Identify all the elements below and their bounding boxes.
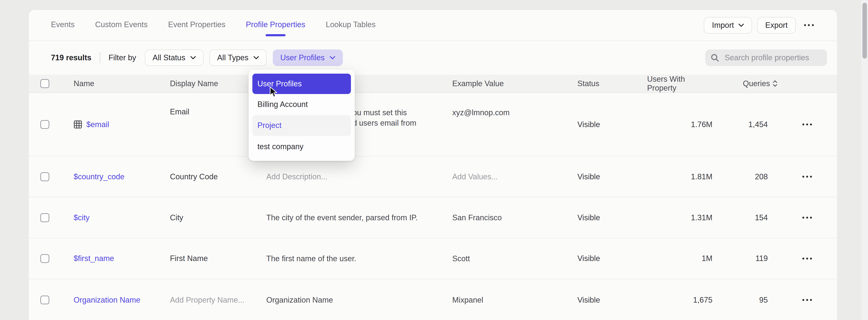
status-value: Visible bbox=[578, 213, 600, 222]
results-count: 719 results bbox=[51, 53, 92, 62]
row-checkbox[interactable] bbox=[40, 120, 49, 129]
description-value: The first name of the user. bbox=[266, 253, 356, 264]
row-checkbox[interactable] bbox=[40, 213, 49, 222]
toolbar-actions: Import Export bbox=[704, 17, 817, 34]
queries-value: 208 bbox=[755, 172, 768, 181]
dot-icon bbox=[806, 217, 808, 219]
dropdown-item-user-profiles[interactable]: User Profiles bbox=[252, 74, 351, 94]
type-filter-label: All Types bbox=[217, 53, 248, 62]
dot-icon bbox=[802, 176, 804, 178]
search-box bbox=[705, 49, 827, 66]
queries-value: 119 bbox=[755, 254, 768, 263]
dot-icon bbox=[810, 258, 812, 259]
dot-icon bbox=[806, 299, 808, 301]
tabs-bar: Events Custom Events Event Properties Pr… bbox=[29, 10, 837, 41]
column-header-name: Name bbox=[74, 79, 170, 88]
table-row: $city City The city of the event sender,… bbox=[29, 197, 837, 238]
property-name-link[interactable]: Organization Name bbox=[74, 295, 141, 305]
filter-by-label: Filter by bbox=[108, 53, 136, 62]
column-header-users-with-property: Users With Property bbox=[647, 75, 712, 93]
type-filter-dropdown[interactable]: All Types bbox=[210, 49, 267, 66]
scrollbar-thumb[interactable] bbox=[863, 3, 867, 59]
dot-icon bbox=[808, 24, 810, 26]
description-value: The city of the event sender, parsed fro… bbox=[266, 212, 417, 223]
divider bbox=[100, 52, 100, 63]
dot-icon bbox=[802, 217, 804, 219]
queries-header-label: Queries bbox=[743, 79, 770, 88]
dropdown-item-billing-account[interactable]: Billing Account bbox=[252, 94, 351, 115]
dot-icon bbox=[810, 299, 812, 301]
entity-filter-dropdown[interactable]: User Profiles bbox=[273, 49, 343, 66]
table-row: $country_code Country Code Add Descripti… bbox=[29, 156, 837, 197]
property-name-link[interactable]: $city bbox=[74, 213, 90, 222]
dot-icon bbox=[810, 123, 812, 126]
display-name-value: City bbox=[170, 213, 183, 222]
chevron-down-icon bbox=[738, 24, 744, 27]
queries-value: 1,454 bbox=[748, 120, 768, 129]
row-more-options-button[interactable] bbox=[799, 253, 815, 264]
profile-properties-panel: Events Custom Events Event Properties Pr… bbox=[29, 10, 837, 320]
dot-icon bbox=[810, 176, 812, 178]
import-button-label: Import bbox=[712, 21, 734, 30]
row-more-options-button[interactable] bbox=[799, 119, 815, 130]
row-checkbox[interactable] bbox=[40, 254, 49, 263]
status-value: Visible bbox=[578, 295, 600, 305]
dot-icon bbox=[806, 176, 808, 178]
chevron-down-icon bbox=[253, 56, 259, 60]
example-value: San Francisco bbox=[452, 212, 502, 223]
example-value: Scott bbox=[452, 253, 470, 264]
dot-icon bbox=[804, 24, 806, 26]
dropdown-item-test-company[interactable]: test company bbox=[252, 136, 351, 157]
dot-icon bbox=[802, 258, 804, 259]
status-value: Visible bbox=[578, 172, 600, 181]
property-name-link[interactable]: $first_name bbox=[74, 254, 114, 263]
example-value: xyz@lmnop.com bbox=[452, 107, 509, 118]
sort-icon bbox=[773, 80, 777, 87]
select-all-checkbox[interactable] bbox=[40, 79, 49, 88]
search-input[interactable] bbox=[723, 53, 822, 63]
add-property-name-placeholder[interactable]: Add Property Name... bbox=[170, 295, 245, 305]
export-button[interactable]: Export bbox=[757, 17, 796, 34]
row-more-options-button[interactable] bbox=[799, 294, 815, 305]
table-row: Organization Name Add Property Name... O… bbox=[29, 279, 837, 320]
property-name-label: $email bbox=[86, 120, 109, 129]
dot-icon bbox=[810, 217, 812, 219]
dot-icon bbox=[806, 123, 808, 126]
property-name-link[interactable]: $country_code bbox=[74, 172, 124, 181]
row-more-options-button[interactable] bbox=[799, 171, 815, 182]
tab-lookup-tables[interactable]: Lookup Tables bbox=[326, 10, 376, 41]
row-more-options-button[interactable] bbox=[799, 212, 815, 223]
users-with-property-value: 1.31M bbox=[691, 213, 712, 222]
description-value: Organization Name bbox=[266, 295, 333, 305]
table-row: $email Email ou must set this d users em… bbox=[29, 93, 837, 156]
dot-icon bbox=[806, 258, 808, 259]
add-values-placeholder[interactable]: Add Values... bbox=[452, 172, 498, 181]
status-value: Visible bbox=[578, 120, 600, 129]
chevron-down-icon bbox=[190, 56, 196, 60]
import-button[interactable]: Import bbox=[704, 17, 752, 34]
users-with-property-value: 1,675 bbox=[693, 295, 712, 305]
lookup-table-icon bbox=[74, 120, 82, 129]
column-header-status: Status bbox=[578, 79, 647, 88]
dot-icon bbox=[802, 123, 804, 126]
tab-profile-properties[interactable]: Profile Properties bbox=[246, 10, 305, 41]
tab-list: Events Custom Events Event Properties Pr… bbox=[51, 10, 376, 41]
tab-events[interactable]: Events bbox=[51, 10, 75, 41]
row-checkbox[interactable] bbox=[40, 172, 49, 181]
column-header-example-value: Example Value bbox=[452, 79, 578, 88]
users-with-property-value: 1.81M bbox=[691, 172, 712, 181]
tab-custom-events[interactable]: Custom Events bbox=[95, 10, 148, 41]
status-filter-dropdown[interactable]: All Status bbox=[145, 49, 203, 66]
display-name-value: First Name bbox=[170, 254, 208, 263]
dropdown-item-project[interactable]: Project bbox=[252, 115, 351, 136]
property-name-link[interactable]: $email bbox=[74, 120, 109, 129]
users-with-property-value: 1M bbox=[702, 254, 713, 263]
row-checkbox[interactable] bbox=[40, 295, 49, 305]
scrollbar-track bbox=[861, 0, 868, 320]
queries-value: 95 bbox=[759, 295, 768, 305]
more-options-button[interactable] bbox=[801, 20, 817, 31]
tab-event-properties[interactable]: Event Properties bbox=[168, 10, 225, 41]
add-description-placeholder[interactable]: Add Description... bbox=[266, 172, 328, 181]
column-header-queries[interactable]: Queries bbox=[713, 79, 777, 88]
status-value: Visible bbox=[578, 254, 600, 263]
